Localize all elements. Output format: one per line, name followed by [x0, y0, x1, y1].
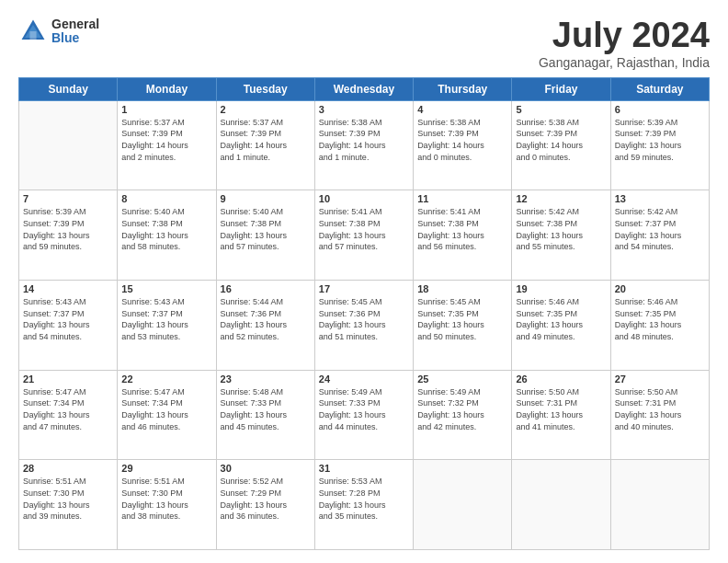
header-friday: Friday	[512, 77, 610, 100]
logo-icon	[18, 17, 48, 46]
calendar-week-row: 21Sunrise: 5:47 AM Sunset: 7:34 PM Dayli…	[19, 370, 710, 460]
day-info: Sunrise: 5:46 AM Sunset: 7:35 PM Dayligh…	[615, 296, 705, 342]
calendar-cell: 3Sunrise: 5:38 AM Sunset: 7:39 PM Daylig…	[314, 100, 413, 190]
day-number: 20	[615, 283, 705, 294]
day-info: Sunrise: 5:39 AM Sunset: 7:39 PM Dayligh…	[615, 117, 705, 163]
day-info: Sunrise: 5:45 AM Sunset: 7:35 PM Dayligh…	[417, 296, 507, 342]
day-info: Sunrise: 5:51 AM Sunset: 7:30 PM Dayligh…	[23, 476, 113, 522]
calendar-cell: 1Sunrise: 5:37 AM Sunset: 7:39 PM Daylig…	[118, 100, 216, 190]
calendar-cell: 14Sunrise: 5:43 AM Sunset: 7:37 PM Dayli…	[19, 281, 118, 371]
day-number: 14	[23, 283, 113, 294]
day-number: 26	[516, 373, 606, 385]
day-info: Sunrise: 5:43 AM Sunset: 7:37 PM Dayligh…	[23, 296, 113, 342]
day-info: Sunrise: 5:38 AM Sunset: 7:39 PM Dayligh…	[319, 117, 409, 163]
day-number: 8	[121, 193, 211, 204]
day-info: Sunrise: 5:49 AM Sunset: 7:32 PM Dayligh…	[417, 386, 507, 432]
day-info: Sunrise: 5:50 AM Sunset: 7:31 PM Dayligh…	[516, 386, 606, 432]
calendar-week-row: 28Sunrise: 5:51 AM Sunset: 7:30 PM Dayli…	[19, 460, 710, 550]
calendar-cell	[512, 460, 610, 550]
day-number: 29	[121, 463, 211, 474]
calendar-cell: 28Sunrise: 5:51 AM Sunset: 7:30 PM Dayli…	[19, 460, 118, 550]
day-number: 25	[417, 373, 507, 385]
header-monday: Monday	[118, 77, 216, 100]
day-number: 19	[516, 283, 606, 294]
day-number: 2	[221, 104, 311, 115]
day-info: Sunrise: 5:42 AM Sunset: 7:37 PM Dayligh…	[615, 206, 705, 252]
day-info: Sunrise: 5:53 AM Sunset: 7:28 PM Dayligh…	[319, 476, 409, 522]
day-number: 30	[221, 463, 311, 474]
day-info: Sunrise: 5:37 AM Sunset: 7:39 PM Dayligh…	[121, 117, 211, 163]
calendar-cell: 8Sunrise: 5:40 AM Sunset: 7:38 PM Daylig…	[118, 190, 216, 281]
day-number: 6	[615, 104, 705, 115]
day-number: 27	[615, 373, 705, 385]
title-block: July 2024 Ganganagar, Rajasthan, India	[539, 17, 710, 70]
calendar-cell: 9Sunrise: 5:40 AM Sunset: 7:38 PM Daylig…	[216, 190, 314, 281]
calendar-cell: 21Sunrise: 5:47 AM Sunset: 7:34 PM Dayli…	[19, 370, 118, 460]
day-info: Sunrise: 5:48 AM Sunset: 7:33 PM Dayligh…	[221, 386, 311, 432]
header-thursday: Thursday	[414, 77, 512, 100]
day-number: 11	[417, 193, 507, 204]
day-info: Sunrise: 5:39 AM Sunset: 7:39 PM Dayligh…	[23, 206, 113, 252]
calendar-cell	[19, 100, 118, 190]
day-info: Sunrise: 5:41 AM Sunset: 7:38 PM Dayligh…	[417, 206, 507, 252]
calendar-table: Sunday Monday Tuesday Wednesday Thursday…	[18, 77, 710, 550]
day-number: 12	[516, 193, 606, 204]
day-info: Sunrise: 5:45 AM Sunset: 7:36 PM Dayligh…	[319, 296, 409, 342]
logo-general-label: General	[51, 17, 99, 31]
calendar-cell: 24Sunrise: 5:49 AM Sunset: 7:33 PM Dayli…	[314, 370, 413, 460]
day-number: 23	[221, 373, 311, 385]
calendar-cell: 18Sunrise: 5:45 AM Sunset: 7:35 PM Dayli…	[414, 281, 512, 371]
calendar-cell: 20Sunrise: 5:46 AM Sunset: 7:35 PM Dayli…	[610, 281, 709, 371]
day-info: Sunrise: 5:40 AM Sunset: 7:38 PM Dayligh…	[121, 206, 211, 252]
header: General Blue July 2024 Ganganagar, Rajas…	[18, 17, 710, 70]
calendar-week-row: 7Sunrise: 5:39 AM Sunset: 7:39 PM Daylig…	[19, 190, 710, 281]
calendar-cell: 16Sunrise: 5:44 AM Sunset: 7:36 PM Dayli…	[216, 281, 314, 371]
day-number: 10	[319, 193, 409, 204]
day-info: Sunrise: 5:38 AM Sunset: 7:39 PM Dayligh…	[417, 117, 507, 163]
calendar-cell: 10Sunrise: 5:41 AM Sunset: 7:38 PM Dayli…	[314, 190, 413, 281]
day-info: Sunrise: 5:42 AM Sunset: 7:38 PM Dayligh…	[516, 206, 606, 252]
day-info: Sunrise: 5:41 AM Sunset: 7:38 PM Dayligh…	[319, 206, 409, 252]
day-info: Sunrise: 5:43 AM Sunset: 7:37 PM Dayligh…	[121, 296, 211, 342]
logo-text: General Blue	[51, 17, 99, 46]
calendar-cell: 15Sunrise: 5:43 AM Sunset: 7:37 PM Dayli…	[118, 281, 216, 371]
header-wednesday: Wednesday	[314, 77, 413, 100]
day-number: 16	[221, 283, 311, 294]
calendar-cell: 2Sunrise: 5:37 AM Sunset: 7:39 PM Daylig…	[216, 100, 314, 190]
day-number: 22	[121, 373, 211, 385]
calendar-cell: 30Sunrise: 5:52 AM Sunset: 7:29 PM Dayli…	[216, 460, 314, 550]
day-number: 9	[221, 193, 311, 204]
day-info: Sunrise: 5:38 AM Sunset: 7:39 PM Dayligh…	[516, 117, 606, 163]
day-number: 24	[319, 373, 409, 385]
day-info: Sunrise: 5:50 AM Sunset: 7:31 PM Dayligh…	[615, 386, 705, 432]
calendar-cell: 29Sunrise: 5:51 AM Sunset: 7:30 PM Dayli…	[118, 460, 216, 550]
weekday-header-row: Sunday Monday Tuesday Wednesday Thursday…	[19, 77, 710, 100]
day-info: Sunrise: 5:51 AM Sunset: 7:30 PM Dayligh…	[121, 476, 211, 522]
day-number: 15	[121, 283, 211, 294]
day-info: Sunrise: 5:40 AM Sunset: 7:38 PM Dayligh…	[221, 206, 311, 252]
day-info: Sunrise: 5:49 AM Sunset: 7:33 PM Dayligh…	[319, 386, 409, 432]
calendar-cell: 4Sunrise: 5:38 AM Sunset: 7:39 PM Daylig…	[414, 100, 512, 190]
day-number: 28	[23, 463, 113, 474]
day-number: 7	[23, 193, 113, 204]
svg-rect-2	[29, 31, 36, 40]
header-saturday: Saturday	[610, 77, 709, 100]
day-number: 17	[319, 283, 409, 294]
day-number: 21	[23, 373, 113, 385]
day-info: Sunrise: 5:44 AM Sunset: 7:36 PM Dayligh…	[221, 296, 311, 342]
calendar-cell: 19Sunrise: 5:46 AM Sunset: 7:35 PM Dayli…	[512, 281, 610, 371]
day-number: 31	[319, 463, 409, 474]
calendar-cell: 23Sunrise: 5:48 AM Sunset: 7:33 PM Dayli…	[216, 370, 314, 460]
logo: General Blue	[18, 17, 99, 46]
day-info: Sunrise: 5:52 AM Sunset: 7:29 PM Dayligh…	[221, 476, 311, 522]
calendar-cell: 22Sunrise: 5:47 AM Sunset: 7:34 PM Dayli…	[118, 370, 216, 460]
calendar-cell: 25Sunrise: 5:49 AM Sunset: 7:32 PM Dayli…	[414, 370, 512, 460]
calendar-cell	[414, 460, 512, 550]
calendar-cell: 12Sunrise: 5:42 AM Sunset: 7:38 PM Dayli…	[512, 190, 610, 281]
calendar-cell: 17Sunrise: 5:45 AM Sunset: 7:36 PM Dayli…	[314, 281, 413, 371]
day-number: 1	[121, 104, 211, 115]
day-number: 13	[615, 193, 705, 204]
calendar-cell: 5Sunrise: 5:38 AM Sunset: 7:39 PM Daylig…	[512, 100, 610, 190]
day-info: Sunrise: 5:37 AM Sunset: 7:39 PM Dayligh…	[221, 117, 311, 163]
calendar-cell	[610, 460, 709, 550]
